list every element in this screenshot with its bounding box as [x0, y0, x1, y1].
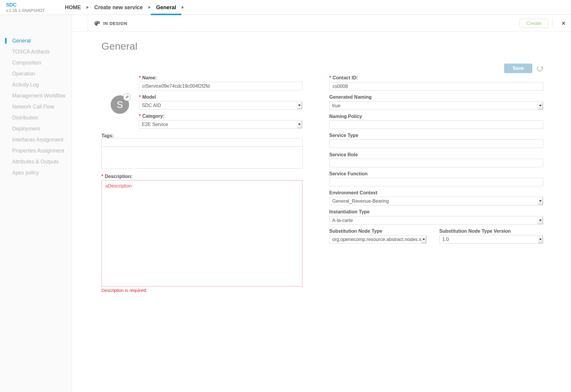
active-indicator	[5, 38, 7, 44]
required-star: *	[139, 75, 141, 80]
category-select[interactable]: E2E Service	[139, 120, 302, 129]
dropdown-arrow-icon[interactable]	[421, 236, 426, 243]
service-role-input[interactable]	[329, 159, 543, 167]
sidebar-item-network-call-flow[interactable]: Network Call Flow	[0, 101, 72, 112]
app-name: SDC	[6, 2, 45, 8]
model-select-value: SDC AID	[142, 103, 297, 108]
generated-naming-label-text: Generated Naming	[329, 95, 371, 100]
service-role-label-text: Service Role	[329, 152, 358, 157]
substitution-node-type-select[interactable]: org.openecomp.resource.abstract.nodes.se…	[329, 235, 427, 244]
breadcrumb: HOME Create new service General	[59, 0, 184, 15]
sidebar-item-operation[interactable]: Operation	[0, 68, 72, 79]
sidebar-item-activity-log[interactable]: Activity Log	[0, 79, 72, 90]
service-type-label-text: Service Type	[329, 133, 358, 138]
environment-context-label: Environment Context	[329, 190, 377, 196]
category-label-text: Category:	[142, 114, 164, 119]
service-function-label: Service Function	[329, 171, 368, 177]
status-badge: IN DESIGN	[103, 21, 127, 26]
substitution-node-type-version-select[interactable]: 1.0	[439, 235, 543, 244]
sidebar-item-label: Operation	[12, 71, 35, 77]
environment-context-select[interactable]: General_Revenue-Bearing	[329, 197, 543, 205]
create-button[interactable]: Create	[520, 19, 548, 28]
sidebar-item-label: Distribution	[12, 115, 38, 121]
pencil-icon: ✎	[125, 95, 129, 100]
page-title: General	[101, 40, 137, 52]
redo-button[interactable]	[536, 65, 544, 73]
redo-icon	[536, 65, 544, 73]
service-role-label: Service Role	[329, 152, 358, 158]
substitution-node-type-version-label: Substitution Node Type Version	[439, 229, 511, 234]
sidebar-item-distribution[interactable]: Distribution	[0, 112, 72, 123]
dropdown-arrow-icon[interactable]	[297, 121, 302, 128]
tab-general[interactable]: General	[151, 0, 181, 15]
sidebar-item-composition[interactable]: Composition	[0, 57, 72, 68]
chevron-right-icon	[87, 6, 89, 9]
sidebar-item-tosca-artifacts[interactable]: TOSCA Artifacts	[0, 46, 72, 57]
close-button[interactable]: ✕	[558, 19, 569, 28]
tab-create-new-service-label: Create new service	[94, 4, 143, 11]
sidebar-item-interfaces-assignment[interactable]: Interfaces Assignment	[0, 134, 72, 145]
sidebar-item-apex-policy[interactable]: Apex policy	[0, 167, 72, 178]
substitution-node-type-label-text: Substitution Node Type	[329, 229, 382, 234]
description-textarea[interactable]: aDescription	[101, 180, 302, 286]
description-label: *Description:	[101, 174, 133, 179]
model-label-text: Model	[142, 95, 156, 100]
sidebar-item-label: Composition	[12, 60, 41, 66]
sidebar: General TOSCA Artifacts Composition Oper…	[0, 15, 72, 392]
required-star: *	[329, 75, 331, 80]
sidebar-menu: General TOSCA Artifacts Composition Oper…	[0, 35, 72, 178]
required-star: *	[101, 174, 103, 179]
name-label: *Name:	[139, 75, 157, 81]
contact-id-label-text: Contact ID:	[332, 75, 358, 80]
sidebar-item-label: Network Call Flow	[12, 104, 54, 110]
dropdown-arrow-icon[interactable]	[297, 102, 302, 109]
tab-home[interactable]: HOME	[59, 0, 86, 15]
contact-id-label: *Contact ID:	[329, 75, 358, 81]
service-type-input[interactable]	[329, 139, 543, 148]
tags-label-text: Tags:	[101, 133, 114, 138]
substitution-node-type-version-select-value: 1.0	[442, 237, 538, 242]
sidebar-item-attributes-outputs[interactable]: Attributes & Outputs	[0, 156, 72, 167]
app-logo[interactable]: SDC v.1.16.1-SNAPSHOT	[6, 2, 45, 13]
name-input[interactable]	[139, 82, 302, 90]
naming-policy-input[interactable]	[329, 120, 543, 129]
dropdown-arrow-icon[interactable]	[538, 197, 543, 205]
sidebar-item-label: TOSCA Artifacts	[12, 49, 50, 55]
sidebar-item-general[interactable]: General	[0, 35, 72, 46]
tab-create-new-service[interactable]: Create new service	[89, 0, 148, 15]
sidebar-item-properties-assignment[interactable]: Properties Assignment	[0, 145, 72, 156]
service-function-label-text: Service Function	[329, 171, 368, 176]
sidebar-item-label: Management Workflow	[12, 93, 65, 99]
instantiation-type-select-value: A-la-carte	[332, 218, 538, 223]
dropdown-arrow-icon[interactable]	[538, 236, 543, 243]
chevron-right-icon	[182, 6, 184, 9]
tab-home-label: HOME	[65, 4, 81, 11]
lifecycle-status: IN DESIGN	[94, 15, 127, 32]
edit-avatar-button[interactable]: ✎	[123, 93, 131, 101]
environment-context-select-value: General_Revenue-Bearing	[332, 199, 538, 204]
model-select[interactable]: SDC AID	[139, 101, 302, 110]
chevron-right-icon	[148, 6, 150, 9]
contact-id-input[interactable]	[329, 82, 543, 91]
category-label: *Category:	[139, 114, 164, 119]
tags-list-box	[101, 147, 302, 169]
instantiation-type-label: Instantiation Type	[329, 209, 370, 215]
instantiation-type-select[interactable]: A-la-carte	[329, 216, 543, 225]
service-function-input[interactable]	[329, 178, 543, 186]
top-header: SDC v.1.16.1-SNAPSHOT HOME Create new se…	[0, 0, 571, 15]
category-select-value: E2E Service	[142, 122, 297, 127]
tags-input[interactable]	[101, 138, 302, 147]
required-star: *	[139, 95, 141, 100]
sidebar-item-label: Interfaces Assignment	[12, 137, 63, 143]
dropdown-arrow-icon[interactable]	[538, 102, 543, 109]
generated-naming-select[interactable]: true	[329, 101, 543, 110]
sidebar-item-label: General	[12, 38, 31, 44]
description-error-message: Description is required.	[101, 288, 147, 293]
sidebar-item-label: Properties Assignment	[12, 148, 64, 154]
save-button[interactable]: Save	[504, 64, 532, 73]
naming-policy-label-text: Naming Policy	[329, 114, 362, 119]
sdc-app: SDC v.1.16.1-SNAPSHOT HOME Create new se…	[0, 0, 571, 392]
sidebar-item-management-workflow[interactable]: Management Workflow	[0, 90, 72, 101]
dropdown-arrow-icon[interactable]	[538, 217, 543, 224]
sidebar-item-deployment[interactable]: Deployment	[0, 123, 72, 134]
